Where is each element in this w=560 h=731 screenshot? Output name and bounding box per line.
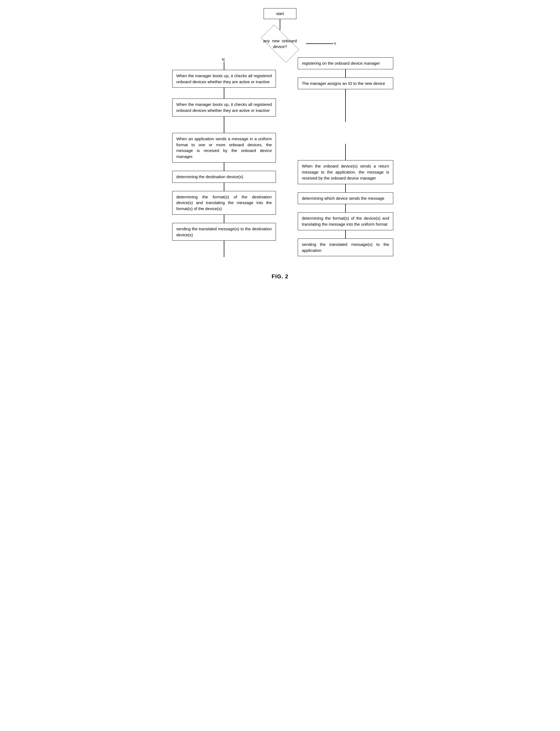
line-format-send-app — [345, 230, 346, 238]
line-boots2-app — [224, 117, 224, 133]
decision-diamond: any new onboarddevice? — [254, 30, 306, 57]
line-right-split-top — [345, 144, 346, 160]
y-label: Y — [334, 41, 336, 46]
box-send-app: sending the translated message(s) to the… — [298, 238, 393, 256]
split-left: When an application sends a message in a… — [157, 117, 291, 257]
box-dest-device: determining the destination device(s) — [172, 171, 276, 183]
line-onboard-which — [345, 184, 346, 192]
line-send-end — [224, 241, 224, 257]
onboard-sends-text: When the onboard device(s) sends a retur… — [302, 164, 389, 180]
boots2-text: When the manager boots up, it checks all… — [176, 102, 272, 113]
diamond-area: any new onboarddevice? — [254, 30, 306, 57]
format-dest-text: determining the format(s) of the destina… — [176, 195, 272, 211]
diagram-container: start any new onboarddevice? Y N — [157, 8, 403, 280]
format-uniform-text: determining the format(s) of the device(… — [302, 216, 389, 226]
dest-device-text: determining the destination device(s) — [176, 174, 243, 179]
send-app-text: sending the translated message(s) to the… — [302, 242, 389, 253]
diamond-row: any new onboarddevice? Y — [157, 30, 403, 57]
box-boots2: When the manager boots up, it checks all… — [172, 99, 276, 117]
split-row: When an application sends a message in a… — [157, 117, 291, 257]
start-label: start — [276, 11, 284, 16]
start-box: start — [264, 8, 296, 19]
box-boots1: When the manager boots up, it checks all… — [172, 70, 276, 88]
diamond-label: any new onboarddevice? — [263, 38, 297, 49]
line-register-assign — [345, 69, 346, 77]
boots1-text: When the manager boots up, it checks all… — [176, 73, 272, 84]
line-assign-merge — [345, 89, 346, 122]
line-dest-format — [224, 183, 224, 191]
left-column: N When the manager boots up, it checks a… — [157, 57, 291, 257]
box-assign-id: The manager assigns an ID to the new dev… — [298, 77, 393, 89]
y-branch: Y — [306, 41, 403, 46]
assign-id-text: The manager assigns an ID to the new dev… — [302, 81, 385, 86]
app-sends-text: When an application sends a message in a… — [176, 136, 272, 159]
main-row: N When the manager boots up, it checks a… — [157, 57, 403, 257]
send-translated-text: sending the translated message(s) to the… — [176, 226, 272, 237]
line-y-horiz — [306, 43, 333, 44]
n-branch-label: N — [222, 57, 226, 62]
box-app-sends: When an application sends a message in a… — [172, 133, 276, 163]
box-onboard-sends: When the onboard device(s) sends a retur… — [298, 160, 393, 184]
line-start-to-diamond — [280, 19, 280, 30]
line-n-down — [224, 62, 224, 70]
right-column: registering on the onboard device manage… — [294, 57, 397, 256]
box-format-dest: determining the format(s) of the destina… — [172, 191, 276, 215]
box-send-translated: sending the translated message(s) to the… — [172, 223, 276, 241]
line-which-format — [345, 204, 346, 212]
line-boots1-boots2 — [224, 88, 224, 99]
line-format-send — [224, 215, 224, 223]
register-text: registering on the onboard device manage… — [302, 61, 380, 65]
box-which-device: determining which device sends the messa… — [298, 192, 393, 204]
n-label: N — [222, 57, 225, 62]
fig-label: FIG. 2 — [272, 273, 288, 279]
box-format-uniform: determining the format(s) of the device(… — [298, 212, 393, 230]
fig-caption: FIG. 2 — [272, 273, 288, 280]
box-register: registering on the onboard device manage… — [298, 57, 393, 69]
line-app-dest — [224, 163, 224, 171]
which-device-text: determining which device sends the messa… — [302, 196, 385, 201]
